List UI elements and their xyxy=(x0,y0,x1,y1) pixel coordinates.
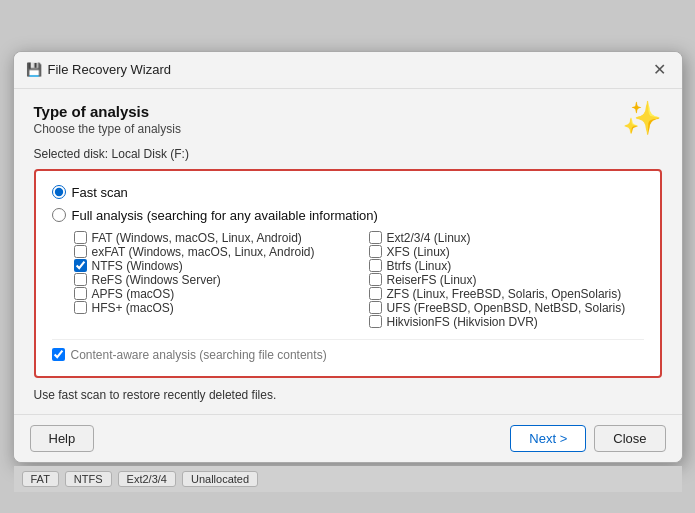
fs-left-column: FAT (Windows, macOS, Linux, Android) exF… xyxy=(74,231,349,329)
fast-scan-radio[interactable] xyxy=(52,185,66,199)
header-titles: Type of analysis Choose the type of anal… xyxy=(34,103,181,136)
title-bar-left: 💾 File Recovery Wizard xyxy=(26,62,172,78)
file-recovery-icon: 💾 xyxy=(26,62,42,78)
fs-btrfs[interactable]: Btrfs (Linux) xyxy=(369,259,644,273)
right-buttons: Next > Close xyxy=(510,425,665,452)
options-box: Fast scan Full analysis (searching for a… xyxy=(34,169,662,378)
wizard-icon: ✨ xyxy=(622,99,662,137)
close-window-button[interactable]: ✕ xyxy=(649,60,670,80)
taskbar-fat: FAT xyxy=(22,471,59,487)
header-section: Type of analysis Choose the type of anal… xyxy=(14,89,682,147)
fast-scan-label: Fast scan xyxy=(72,185,128,200)
help-button[interactable]: Help xyxy=(30,425,95,452)
fs-xfs[interactable]: XFS (Linux) xyxy=(369,245,644,259)
fs-ufs[interactable]: UFS (FreeBSD, OpenBSD, NetBSD, Solaris) xyxy=(369,301,644,315)
fs-apfs[interactable]: APFS (macOS) xyxy=(74,287,349,301)
content-aware-section: Content-aware analysis (searching file c… xyxy=(52,339,644,362)
full-analysis-option[interactable]: Full analysis (searching for any availab… xyxy=(52,208,644,223)
footer-note: Use fast scan to restore recently delete… xyxy=(34,388,662,402)
title-bar: 💾 File Recovery Wizard ✕ xyxy=(14,52,682,89)
fs-fat[interactable]: FAT (Windows, macOS, Linux, Android) xyxy=(74,231,349,245)
selected-disk-label: Selected disk: Local Disk (F:) xyxy=(34,147,662,161)
fs-hikvisionfs[interactable]: HikvisionFS (Hikvision DVR) xyxy=(369,315,644,329)
taskbar-ntfs: NTFS xyxy=(65,471,112,487)
full-analysis-radio[interactable] xyxy=(52,208,66,222)
fs-zfs[interactable]: ZFS (Linux, FreeBSD, Solaris, OpenSolari… xyxy=(369,287,644,301)
fast-scan-option[interactable]: Fast scan xyxy=(52,185,644,200)
taskbar-ext234: Ext2/3/4 xyxy=(118,471,176,487)
taskbar-unallocated: Unallocated xyxy=(182,471,258,487)
fs-reiserfs[interactable]: ReiserFS (Linux) xyxy=(369,273,644,287)
filesystem-grid: FAT (Windows, macOS, Linux, Android) exF… xyxy=(74,231,644,329)
full-analysis-label: Full analysis (searching for any availab… xyxy=(72,208,378,223)
fs-right-column: Ext2/3/4 (Linux) XFS (Linux) Btrfs (Linu… xyxy=(369,231,644,329)
fs-exfat[interactable]: exFAT (Windows, macOS, Linux, Android) xyxy=(74,245,349,259)
taskbar: FAT NTFS Ext2/3/4 Unallocated xyxy=(14,466,682,492)
button-bar: Help Next > Close xyxy=(14,414,682,462)
dialog-title: File Recovery Wizard xyxy=(48,62,172,77)
next-button[interactable]: Next > xyxy=(510,425,586,452)
content-aware-checkbox[interactable] xyxy=(52,348,65,361)
fs-refs[interactable]: ReFS (Windows Server) xyxy=(74,273,349,287)
fs-ntfs[interactable]: NTFS (Windows) xyxy=(74,259,349,273)
content-aware-label: Content-aware analysis (searching file c… xyxy=(71,348,327,362)
fs-ext234[interactable]: Ext2/3/4 (Linux) xyxy=(369,231,644,245)
close-button[interactable]: Close xyxy=(594,425,665,452)
page-heading: Type of analysis xyxy=(34,103,181,120)
page-subheading: Choose the type of analysis xyxy=(34,122,181,136)
fs-hfsplus[interactable]: HFS+ (macOS) xyxy=(74,301,349,315)
file-recovery-dialog: 💾 File Recovery Wizard ✕ Type of analysi… xyxy=(13,51,683,463)
